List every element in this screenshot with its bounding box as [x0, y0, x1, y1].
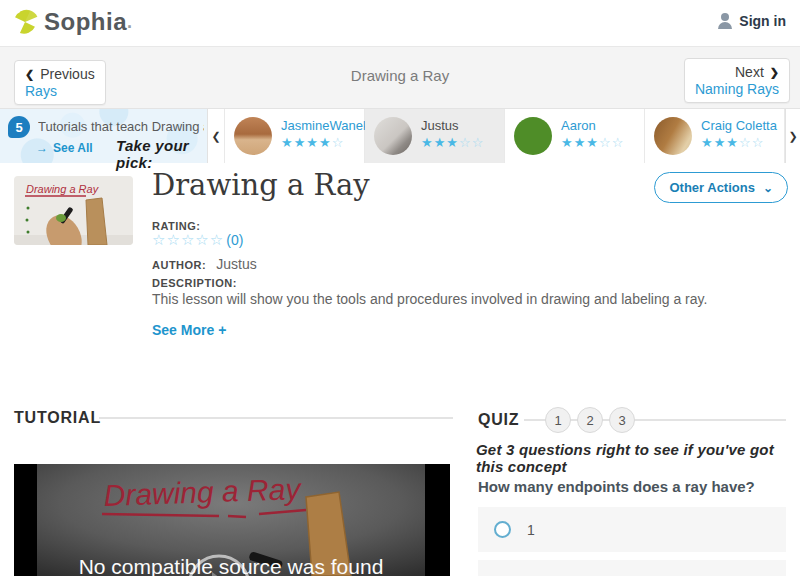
previous-lesson-link[interactable]: Rays — [25, 83, 95, 99]
tutor-rating-stars: ★★★☆☆ — [701, 135, 764, 150]
avatar — [654, 117, 692, 155]
other-actions-button[interactable]: Other Actions ⌄ — [654, 172, 788, 203]
tutor-tile-jasminewanek[interactable]: JasmineWanek ★★★★☆ — [225, 109, 365, 163]
thumbnail-handwriting: Drawing a Ray — [26, 183, 100, 195]
radio-button[interactable] — [494, 521, 511, 538]
sophia-logo-icon — [12, 9, 38, 35]
quiz-step-3: 3 — [609, 407, 635, 433]
quiz-answer-option-1[interactable]: 1 — [478, 507, 786, 552]
quiz-section-heading: QUIZ — [478, 411, 519, 429]
author-name: Justus — [216, 256, 256, 272]
chevron-right-icon: ❯ — [770, 66, 779, 79]
brand-dot: . — [127, 12, 132, 33]
avatar — [234, 117, 272, 155]
other-actions-label: Other Actions — [669, 180, 754, 195]
rating-stars: ☆☆☆☆☆ — [152, 231, 224, 249]
quiz-step-1: 1 — [545, 407, 571, 433]
lesson-thumbnail[interactable]: Drawing a Ray — [14, 176, 133, 245]
avatar — [514, 117, 552, 155]
next-lesson-button[interactable]: Next ❯ Naming Rays — [684, 58, 790, 103]
quiz-answer-option-2[interactable] — [478, 560, 786, 576]
brand-name: Sophia — [44, 8, 127, 36]
tutors-intro-panel: 5 Tutorials that teach Drawing a R → See… — [0, 109, 207, 163]
tutor-name[interactable]: Justus — [421, 118, 459, 133]
tutors-scroll-left-button[interactable]: ❮ — [207, 109, 225, 163]
video-error-text: No compatible source was found — [79, 555, 384, 576]
tutor-tile-justus[interactable]: Justus ★★★☆☆ — [365, 109, 505, 163]
page: Sophia. Sign in ❮ Previous Rays Drawing … — [0, 0, 800, 576]
tutors-heading: Tutorials that teach Drawing a R — [38, 119, 204, 134]
tutor-rating-stars: ★★★★☆ — [281, 135, 344, 150]
tutorial-divider — [99, 417, 453, 419]
description-label: DESCRIPTION: — [152, 277, 237, 289]
avatar — [374, 117, 412, 155]
rating-count[interactable]: (0) — [226, 232, 243, 248]
person-icon — [717, 13, 733, 29]
tutor-rating-stars: ★★★☆☆ — [561, 135, 624, 150]
next-label: Next — [735, 64, 764, 80]
tutor-name[interactable]: JasmineWanek — [281, 118, 369, 133]
sophia-logo[interactable]: Sophia. — [12, 8, 132, 36]
lesson-title: Drawing a Ray — [152, 168, 370, 202]
sign-in-button[interactable]: Sign in — [717, 13, 786, 29]
tutor-rating-stars: ★★★☆☆ — [421, 135, 484, 150]
chevron-down-icon: ⌄ — [763, 184, 773, 192]
quiz-step-2: 2 — [577, 407, 603, 433]
see-all-link[interactable]: → See All — [36, 141, 93, 155]
sign-in-label: Sign in — [739, 13, 786, 29]
arrow-right-icon: → — [36, 141, 48, 155]
author-label: AUTHOR: — [152, 259, 206, 271]
tutor-name[interactable]: Craig Coletta — [701, 118, 777, 133]
tutorial-video-player[interactable]: Drawing a Ray No compatible source was f… — [14, 464, 450, 576]
next-lesson-link[interactable]: Naming Rays — [695, 81, 779, 97]
quiz-tagline: Get 3 questions right to see if you've g… — [476, 441, 796, 475]
chevron-right-icon: ❯ — [788, 130, 797, 143]
tutors-strip: 5 Tutorials that teach Drawing a R → See… — [0, 109, 800, 163]
description-text: This lesson will show you the tools and … — [152, 290, 732, 309]
tutor-tile-aaron[interactable]: Aaron ★★★☆☆ — [505, 109, 645, 163]
chevron-left-icon: ❮ — [211, 130, 220, 143]
tutorial-section-heading: TUTORIAL — [14, 409, 101, 427]
see-all-label: See All — [53, 141, 93, 155]
current-lesson-title: Drawing a Ray — [0, 67, 800, 84]
tutor-tile-craig-coletta[interactable]: Craig Coletta ★★★☆☆ — [645, 109, 785, 163]
answer-label: 1 — [527, 522, 535, 538]
tutorial-count-badge: 5 — [8, 116, 30, 138]
top-header: Sophia. Sign in — [0, 0, 800, 46]
tutor-name[interactable]: Aaron — [561, 118, 596, 133]
see-more-link[interactable]: See More + — [152, 322, 226, 338]
lesson-nav-bar: ❮ Previous Rays Drawing a Ray Next ❯ Nam… — [0, 46, 800, 109]
tutors-scroll-right-button[interactable]: ❯ — [785, 109, 800, 163]
video-handwriting: Drawing a Ray — [103, 472, 303, 512]
lesson-rating[interactable]: ☆☆☆☆☆ (0) — [152, 231, 243, 249]
take-your-pick-label: Take your pick: — [116, 137, 207, 171]
quiz-question: How many endpoints does a ray have? — [478, 478, 755, 495]
